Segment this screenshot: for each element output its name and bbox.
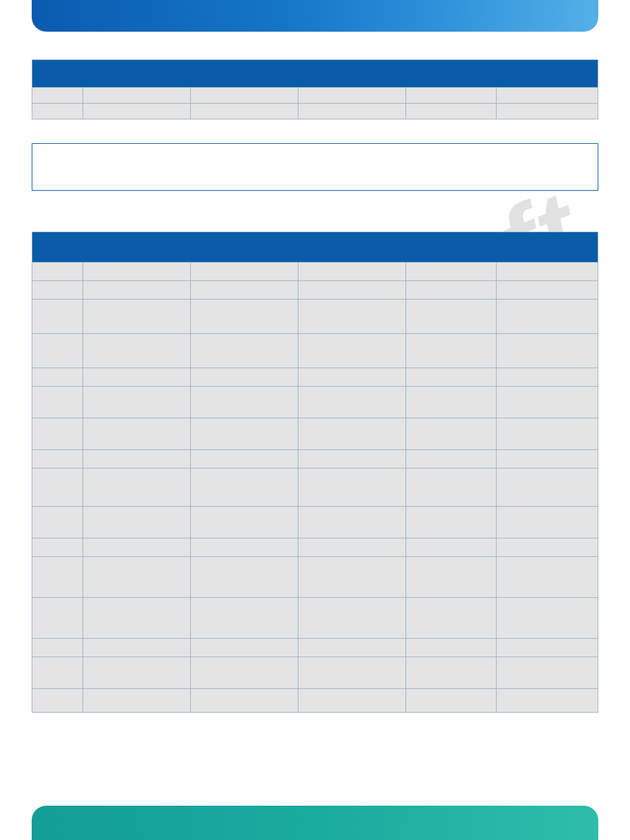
cell: [496, 689, 598, 713]
table-row: [32, 334, 598, 368]
cell: [190, 418, 298, 450]
cell: [298, 639, 405, 657]
table-row: [32, 387, 598, 418]
cell: [32, 418, 83, 450]
cell: [190, 104, 298, 119]
cell: [32, 368, 83, 387]
cell: [496, 557, 598, 598]
cell: [83, 450, 191, 468]
cell: [496, 507, 598, 538]
table-1: [32, 59, 598, 119]
table-row: [32, 557, 598, 598]
cell: [298, 88, 405, 104]
cell: [32, 300, 83, 334]
cell: [405, 450, 496, 468]
cell: [405, 689, 496, 713]
cell: [496, 300, 598, 334]
cell: [405, 468, 496, 507]
cell: [298, 450, 405, 468]
cell: [405, 598, 496, 639]
cell: [32, 689, 83, 713]
cell: [298, 598, 405, 639]
cell: [83, 387, 191, 418]
cell: [496, 468, 598, 507]
cell: [83, 104, 191, 119]
cell: [83, 281, 191, 300]
cell: [83, 689, 191, 713]
table-row: [32, 263, 598, 281]
cell: [496, 281, 598, 300]
cell: [405, 657, 496, 689]
cell: [190, 300, 298, 334]
cell: [496, 334, 598, 368]
cell: [32, 387, 83, 418]
table-row: [32, 104, 598, 119]
cell: [190, 387, 298, 418]
cell: [405, 281, 496, 300]
table-row: [32, 507, 598, 538]
table-row: [32, 468, 598, 507]
cell: [32, 104, 83, 119]
cell: [190, 450, 298, 468]
cell: [405, 368, 496, 387]
cell: [83, 598, 191, 639]
cell: [83, 300, 191, 334]
callout-box: [32, 143, 598, 191]
cell: [32, 263, 83, 281]
cell: [405, 538, 496, 557]
cell: [298, 263, 405, 281]
bottom-banner: [32, 806, 598, 840]
cell: [496, 263, 598, 281]
cell: [496, 368, 598, 387]
cell: [190, 263, 298, 281]
cell: [405, 507, 496, 538]
table-row: [32, 689, 598, 713]
table-row: [32, 88, 598, 104]
cell: [298, 368, 405, 387]
cell: [83, 468, 191, 507]
cell: [298, 334, 405, 368]
cell: [32, 450, 83, 468]
cell: [496, 450, 598, 468]
cell: [190, 689, 298, 713]
cell: [32, 334, 83, 368]
table-2-header: [32, 232, 598, 263]
cell: [496, 657, 598, 689]
cell: [32, 281, 83, 300]
cell: [32, 557, 83, 598]
cell: [32, 538, 83, 557]
cell: [496, 418, 598, 450]
cell: [83, 368, 191, 387]
cell: [405, 88, 496, 104]
cell: [298, 387, 405, 418]
cell: [405, 639, 496, 657]
cell: [32, 639, 83, 657]
table-2: [32, 232, 598, 713]
cell: [190, 639, 298, 657]
cell: [298, 281, 405, 300]
cell: [405, 300, 496, 334]
cell: [190, 557, 298, 598]
cell: [190, 538, 298, 557]
cell: [83, 538, 191, 557]
table-row: [32, 368, 598, 387]
cell: [32, 657, 83, 689]
table-row: [32, 418, 598, 450]
cell: [405, 557, 496, 598]
cell: [405, 334, 496, 368]
cell: [405, 387, 496, 418]
cell: [83, 418, 191, 450]
cell: [83, 263, 191, 281]
cell: [83, 334, 191, 368]
cell: [190, 281, 298, 300]
cell: [190, 657, 298, 689]
cell: [32, 507, 83, 538]
table-row: [32, 281, 598, 300]
cell: [405, 263, 496, 281]
cell: [298, 418, 405, 450]
cell: [190, 507, 298, 538]
cell: [190, 598, 298, 639]
cell: [496, 538, 598, 557]
cell: [32, 598, 83, 639]
cell: [298, 657, 405, 689]
